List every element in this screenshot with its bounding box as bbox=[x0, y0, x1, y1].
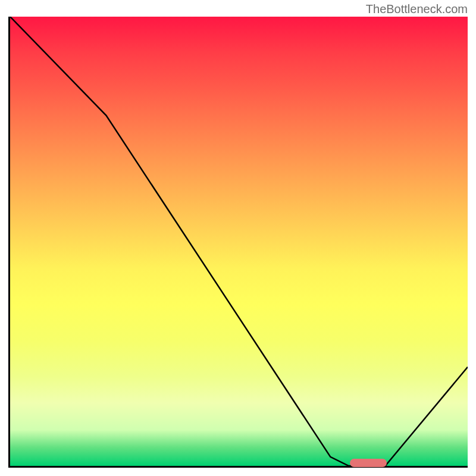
chart-plot-area bbox=[8, 17, 468, 468]
bottleneck-curve-path bbox=[10, 17, 468, 466]
optimal-range-marker bbox=[350, 459, 387, 467]
watermark-text: TheBottleneck.com bbox=[366, 2, 468, 16]
bottleneck-curve-svg bbox=[10, 17, 468, 466]
